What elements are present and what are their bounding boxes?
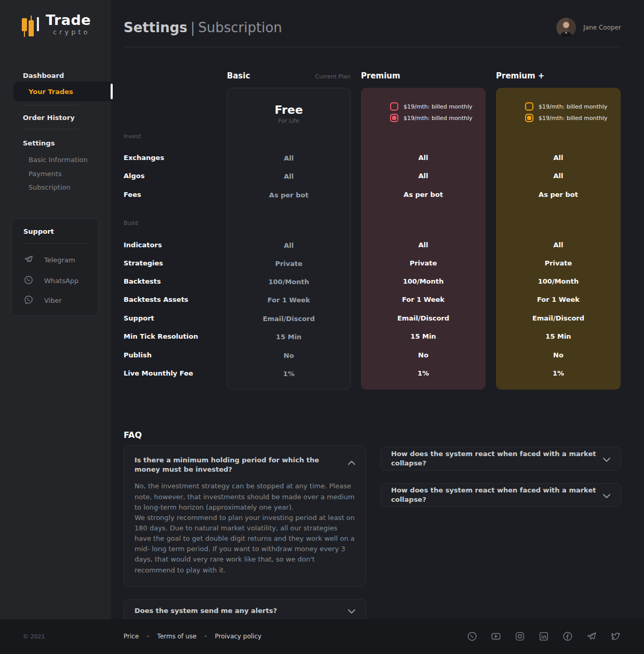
sidebar-item-dashboard[interactable]: Dashboard [23,72,64,79]
youtube-icon[interactable] [490,631,502,642]
billing-option-label: $19/mth: billed monthly [404,115,473,122]
sidebar-item-subscription[interactable]: Subscription [29,183,71,191]
sidebar-divider [23,105,79,105]
sidebar-divider [23,129,79,129]
logo-title: Trade [46,12,91,28]
feature-column: Invest Exchanges Algos Fees Build Indica… [124,88,227,390]
checkbox-unchecked-icon[interactable] [390,102,398,111]
feature-label: Backtests Assets [124,296,227,304]
chevron-down-icon[interactable] [603,490,610,500]
viber-icon [23,295,34,306]
plan-value: 15 Min [496,332,621,341]
checkbox-checked-icon[interactable] [525,114,533,122]
plan-value: 100/Month [227,278,350,286]
sidebar-item-payments[interactable]: Payments [29,170,62,178]
current-plan-badge: Current Plan [315,73,351,80]
billing-option-label: $19/mth: billed monthly [539,115,608,122]
faq-item-collapsed[interactable]: How does the system react when faced wit… [380,483,621,507]
feature-label: Fees [124,191,227,199]
dot-separator: • [146,634,149,639]
billing-option-monthly[interactable]: $19/mth: billed monthly [525,102,608,111]
app-logo[interactable]: Trade crypto [22,12,91,44]
footer-links: Price • Terms of use • Proivacy policy [124,633,261,640]
section-label-build: Build [124,219,227,228]
sidebar-item-order-history[interactable]: Order History [23,114,75,122]
sidebar: Trade crypto Dashboard Your Trades Order… [0,0,111,619]
plan-value: 1% [496,369,621,378]
faq-answer-paragraph: We strongly recommend to plan your inves… [135,513,355,576]
plan-value: No [361,351,486,359]
plan-header-premium-plus: Premium + [496,71,544,81]
plan-value: 1% [361,369,486,378]
plan-value: No [496,351,621,359]
page-header: Settings|Subscription Jane Cooper [124,0,621,47]
plan-value: As per bot [496,191,621,199]
feature-label: Strategies [124,259,227,268]
plan-value: 15 Min [227,333,350,341]
chevron-up-icon[interactable] [348,457,355,467]
sidebar-item-basic-information[interactable]: Basic Information [29,156,88,164]
footer: © 2021 Price • Terms of use • Proivacy p… [0,619,644,654]
footer-link-terms[interactable]: Terms of use [157,633,197,640]
sidebar-item-settings[interactable]: Settings [23,139,55,147]
chevron-down-icon[interactable] [603,454,610,464]
plan-card-premium[interactable]: $19/mth: billed monthly $19/mth: billed … [361,88,486,390]
whatsapp-icon[interactable] [466,631,478,642]
footer-link-privacy[interactable]: Proivacy policy [215,633,262,640]
plan-value: Email/Discord [361,314,486,323]
dot-separator: • [204,634,207,639]
plan-value: Private [227,260,350,268]
facebook-icon[interactable] [562,631,573,642]
billing-option-label: $19/mth: billed monthly [404,103,473,110]
billing-option-monthly[interactable]: $19/mth: billed monthly [390,102,473,111]
plan-card-premium-plus[interactable]: $19/mth: billed monthly $19/mth: billed … [496,88,621,390]
billing-option-monthly-selected[interactable]: $19/mth: billed monthly [525,114,608,122]
telegram-icon [23,254,34,266]
user-chip[interactable]: Jane Cooper [556,18,621,37]
plan-header-basic: Basic Current Plan [227,71,351,81]
feature-label: Min Tick Resolution [124,332,227,341]
faq-item-expanded[interactable]: Is there a minimum holding period for wh… [124,445,366,586]
page-title: Settings|Subscription [124,20,282,35]
plan-value: Private [361,259,486,268]
checkbox-checked-icon[interactable] [390,114,398,122]
feature-label: Support [124,314,227,323]
feature-label: Algos [124,172,227,180]
faq-answer-paragraph: No, the investment strategy can be stopp… [135,481,355,512]
copyright: © 2021 [23,633,45,640]
faq-column-right: How does the system react when faced wit… [380,445,621,507]
plan-price: Free [227,103,350,116]
main-content: Settings|Subscription Jane Cooper [111,0,644,619]
feature-label: Live Mounthly Fee [124,369,227,378]
linkedin-icon[interactable] [538,631,549,642]
billing-option-label: $19/mth: billed monthly [539,103,608,110]
plan-value: As per bot [227,191,350,199]
checkbox-unchecked-icon[interactable] [525,102,533,111]
support-title: Support [23,228,54,235]
support-item-telegram[interactable]: Telegram [23,254,75,266]
avatar[interactable] [556,18,576,37]
faq-section: FAQ Is there a minimum holding period fo… [124,430,621,623]
plan-value: All [361,154,486,162]
page-title-primary: Settings [124,20,187,35]
plan-card-basic[interactable]: Free For Life All All As per bot All Pri… [227,88,351,390]
plan-value: All [227,172,350,181]
faq-question: How does the system react when faced wit… [391,449,603,468]
plan-value: No [227,352,350,360]
plan-value: All [361,241,486,249]
chevron-down-icon[interactable] [348,606,355,616]
sidebar-item-your-trades[interactable]: Your Trades [14,82,111,101]
instagram-icon[interactable] [514,631,526,642]
footer-link-price[interactable]: Price [124,633,139,640]
plan-value: All [496,241,621,249]
plan-value: 100/Month [361,277,486,286]
faq-item-collapsed[interactable]: How does the system react when faced wit… [380,447,621,471]
telegram-icon[interactable] [586,631,597,642]
feature-label: Backtests [124,277,227,286]
twitter-icon[interactable] [610,631,621,642]
support-item-whatsapp[interactable]: WhatsApp [23,275,78,287]
plan-header-premium: Premium [361,71,400,81]
billing-option-monthly-selected[interactable]: $19/mth: billed monthly [390,114,473,122]
support-item-viber[interactable]: Viber [23,295,62,306]
support-box: Support Telegram WhatsApp [11,218,99,316]
